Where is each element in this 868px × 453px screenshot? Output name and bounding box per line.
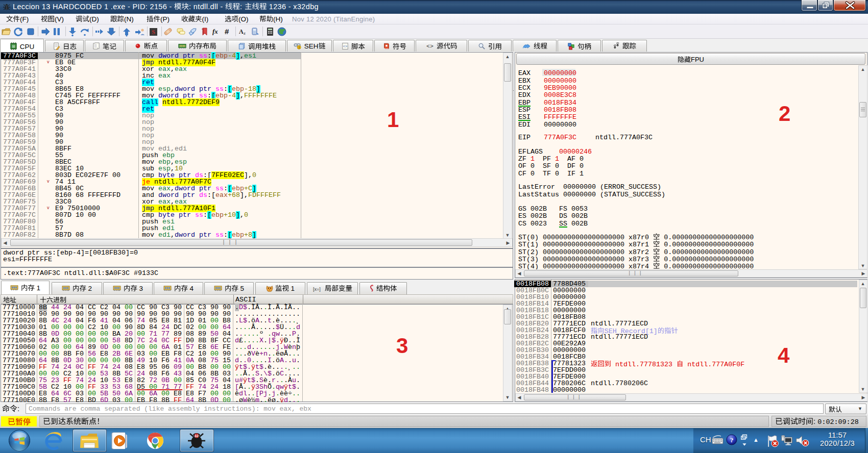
svg-text:fx: fx <box>212 28 218 35</box>
svg-text:<>: <> <box>343 44 347 48</box>
svg-text:S: S <box>152 29 155 36</box>
svg-text:A: A <box>239 28 244 35</box>
svg-text:32: 32 <box>195 434 199 438</box>
svg-text:<>: <> <box>426 43 433 50</box>
svg-text:z: z <box>244 31 246 36</box>
svg-text:#: # <box>225 27 229 36</box>
svg-text:?: ? <box>730 436 734 444</box>
svg-text:[x=]: [x=] <box>313 287 321 292</box>
svg-text:!: ! <box>298 45 299 49</box>
svg-text:32: 32 <box>12 45 15 48</box>
